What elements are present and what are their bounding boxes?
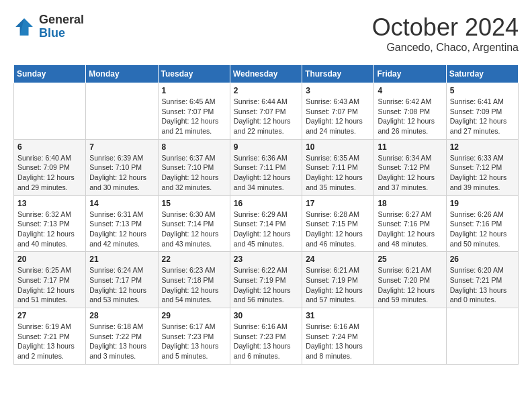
day-detail: Sunrise: 6:23 AM Sunset: 7:18 PM Dayligh… <box>162 265 226 305</box>
calendar-cell: 28Sunrise: 6:18 AM Sunset: 7:22 PM Dayli… <box>86 308 158 365</box>
day-number: 18 <box>378 199 442 208</box>
day-detail: Sunrise: 6:45 AM Sunset: 7:07 PM Dayligh… <box>162 97 226 136</box>
day-number: 7 <box>89 142 154 152</box>
calendar-cell <box>446 308 518 365</box>
calendar-cell: 15Sunrise: 6:30 AM Sunset: 7:14 PM Dayli… <box>158 195 230 252</box>
day-number: 31 <box>306 311 370 320</box>
calendar-cell: 18Sunrise: 6:27 AM Sunset: 7:16 PM Dayli… <box>374 195 446 252</box>
day-detail: Sunrise: 6:35 AM Sunset: 7:11 PM Dayligh… <box>306 153 370 193</box>
day-detail: Sunrise: 6:39 AM Sunset: 7:10 PM Dayligh… <box>89 153 154 193</box>
calendar-week-row: 1Sunrise: 6:45 AM Sunset: 7:07 PM Daylig… <box>14 83 519 140</box>
day-detail: Sunrise: 6:24 AM Sunset: 7:17 PM Dayligh… <box>89 265 154 305</box>
calendar-cell: 7Sunrise: 6:39 AM Sunset: 7:10 PM Daylig… <box>86 139 158 195</box>
day-detail: Sunrise: 6:30 AM Sunset: 7:14 PM Dayligh… <box>162 210 226 249</box>
weekday-header: Thursday <box>302 65 374 83</box>
day-number: 27 <box>17 311 82 320</box>
day-number: 3 <box>306 86 370 95</box>
calendar-week-row: 20Sunrise: 6:25 AM Sunset: 7:17 PM Dayli… <box>14 252 519 308</box>
day-detail: Sunrise: 6:18 AM Sunset: 7:22 PM Dayligh… <box>89 322 154 361</box>
day-number: 19 <box>450 199 515 208</box>
day-number: 23 <box>234 255 298 264</box>
day-number: 25 <box>378 255 442 264</box>
calendar-cell: 10Sunrise: 6:35 AM Sunset: 7:11 PM Dayli… <box>302 139 374 195</box>
day-detail: Sunrise: 6:21 AM Sunset: 7:20 PM Dayligh… <box>378 265 442 305</box>
day-number: 11 <box>378 142 442 152</box>
day-detail: Sunrise: 6:43 AM Sunset: 7:07 PM Dayligh… <box>306 97 370 136</box>
logo-blue: Blue <box>39 27 84 40</box>
day-number: 4 <box>378 86 442 95</box>
day-detail: Sunrise: 6:19 AM Sunset: 7:21 PM Dayligh… <box>17 322 82 361</box>
day-detail: Sunrise: 6:26 AM Sunset: 7:16 PM Dayligh… <box>450 210 515 249</box>
day-detail: Sunrise: 6:33 AM Sunset: 7:12 PM Dayligh… <box>450 153 515 193</box>
calendar-week-row: 6Sunrise: 6:40 AM Sunset: 7:09 PM Daylig… <box>14 139 519 195</box>
day-detail: Sunrise: 6:25 AM Sunset: 7:17 PM Dayligh… <box>17 265 82 305</box>
calendar-table: SundayMondayTuesdayWednesdayThursdayFrid… <box>13 64 519 365</box>
day-detail: Sunrise: 6:34 AM Sunset: 7:12 PM Dayligh… <box>378 153 442 193</box>
calendar-cell <box>86 83 158 140</box>
calendar-cell: 30Sunrise: 6:16 AM Sunset: 7:23 PM Dayli… <box>230 308 302 365</box>
day-number: 12 <box>450 142 515 152</box>
day-detail: Sunrise: 6:20 AM Sunset: 7:21 PM Dayligh… <box>450 265 515 305</box>
day-detail: Sunrise: 6:16 AM Sunset: 7:23 PM Dayligh… <box>234 322 298 361</box>
calendar-cell: 17Sunrise: 6:28 AM Sunset: 7:15 PM Dayli… <box>302 195 374 252</box>
day-number: 15 <box>162 199 226 208</box>
logo: General Blue <box>13 13 84 40</box>
calendar-week-row: 13Sunrise: 6:32 AM Sunset: 7:13 PM Dayli… <box>14 195 519 252</box>
day-number: 16 <box>234 199 298 208</box>
calendar-cell: 3Sunrise: 6:43 AM Sunset: 7:07 PM Daylig… <box>302 83 374 140</box>
calendar-cell: 25Sunrise: 6:21 AM Sunset: 7:20 PM Dayli… <box>374 252 446 308</box>
calendar-cell: 26Sunrise: 6:20 AM Sunset: 7:21 PM Dayli… <box>446 252 518 308</box>
day-number: 1 <box>162 86 226 95</box>
location: Gancedo, Chaco, Argentina <box>372 42 519 54</box>
day-number: 28 <box>89 311 154 320</box>
day-number: 17 <box>306 199 370 208</box>
calendar-cell: 13Sunrise: 6:32 AM Sunset: 7:13 PM Dayli… <box>14 195 86 252</box>
day-detail: Sunrise: 6:41 AM Sunset: 7:09 PM Dayligh… <box>450 97 515 136</box>
calendar-cell: 1Sunrise: 6:45 AM Sunset: 7:07 PM Daylig… <box>158 83 230 140</box>
day-detail: Sunrise: 6:28 AM Sunset: 7:15 PM Dayligh… <box>306 210 370 249</box>
day-detail: Sunrise: 6:32 AM Sunset: 7:13 PM Dayligh… <box>17 210 82 249</box>
weekday-header: Saturday <box>446 65 518 83</box>
day-number: 6 <box>17 142 82 152</box>
title-block: October 2024 Gancedo, Chaco, Argentina <box>372 13 519 54</box>
day-detail: Sunrise: 6:31 AM Sunset: 7:13 PM Dayligh… <box>89 210 154 249</box>
calendar-cell: 4Sunrise: 6:42 AM Sunset: 7:08 PM Daylig… <box>374 83 446 140</box>
calendar-week-row: 27Sunrise: 6:19 AM Sunset: 7:21 PM Dayli… <box>14 308 519 365</box>
calendar-cell: 8Sunrise: 6:37 AM Sunset: 7:10 PM Daylig… <box>158 139 230 195</box>
day-detail: Sunrise: 6:42 AM Sunset: 7:08 PM Dayligh… <box>378 97 442 136</box>
weekday-header: Wednesday <box>230 65 302 83</box>
calendar-cell: 14Sunrise: 6:31 AM Sunset: 7:13 PM Dayli… <box>86 195 158 252</box>
day-number: 20 <box>17 255 82 264</box>
day-detail: Sunrise: 6:29 AM Sunset: 7:14 PM Dayligh… <box>234 210 298 249</box>
calendar-cell: 12Sunrise: 6:33 AM Sunset: 7:12 PM Dayli… <box>446 139 518 195</box>
day-detail: Sunrise: 6:16 AM Sunset: 7:24 PM Dayligh… <box>306 322 370 361</box>
calendar-cell <box>14 83 86 140</box>
calendar-cell <box>374 308 446 365</box>
day-detail: Sunrise: 6:37 AM Sunset: 7:10 PM Dayligh… <box>162 153 226 193</box>
month-title: October 2024 <box>372 13 519 42</box>
calendar-cell: 21Sunrise: 6:24 AM Sunset: 7:17 PM Dayli… <box>86 252 158 308</box>
calendar-cell: 27Sunrise: 6:19 AM Sunset: 7:21 PM Dayli… <box>14 308 86 365</box>
day-number: 22 <box>162 255 226 264</box>
weekday-header: Monday <box>86 65 158 83</box>
day-detail: Sunrise: 6:27 AM Sunset: 7:16 PM Dayligh… <box>378 210 442 249</box>
calendar-cell: 11Sunrise: 6:34 AM Sunset: 7:12 PM Dayli… <box>374 139 446 195</box>
day-number: 24 <box>306 255 370 264</box>
calendar-cell: 5Sunrise: 6:41 AM Sunset: 7:09 PM Daylig… <box>446 83 518 140</box>
day-detail: Sunrise: 6:36 AM Sunset: 7:11 PM Dayligh… <box>234 153 298 193</box>
day-number: 9 <box>234 142 298 152</box>
day-number: 13 <box>17 199 82 208</box>
calendar-cell: 20Sunrise: 6:25 AM Sunset: 7:17 PM Dayli… <box>14 252 86 308</box>
day-number: 2 <box>234 86 298 95</box>
logo-text: General Blue <box>39 13 84 40</box>
day-number: 8 <box>162 142 226 152</box>
calendar-cell: 22Sunrise: 6:23 AM Sunset: 7:18 PM Dayli… <box>158 252 230 308</box>
day-number: 14 <box>89 199 154 208</box>
calendar-cell: 9Sunrise: 6:36 AM Sunset: 7:11 PM Daylig… <box>230 139 302 195</box>
calendar-cell: 2Sunrise: 6:44 AM Sunset: 7:07 PM Daylig… <box>230 83 302 140</box>
calendar-cell: 23Sunrise: 6:22 AM Sunset: 7:19 PM Dayli… <box>230 252 302 308</box>
day-detail: Sunrise: 6:40 AM Sunset: 7:09 PM Dayligh… <box>17 153 82 193</box>
logo-general: General <box>39 13 84 27</box>
day-number: 10 <box>306 142 370 152</box>
calendar-cell: 31Sunrise: 6:16 AM Sunset: 7:24 PM Dayli… <box>302 308 374 365</box>
